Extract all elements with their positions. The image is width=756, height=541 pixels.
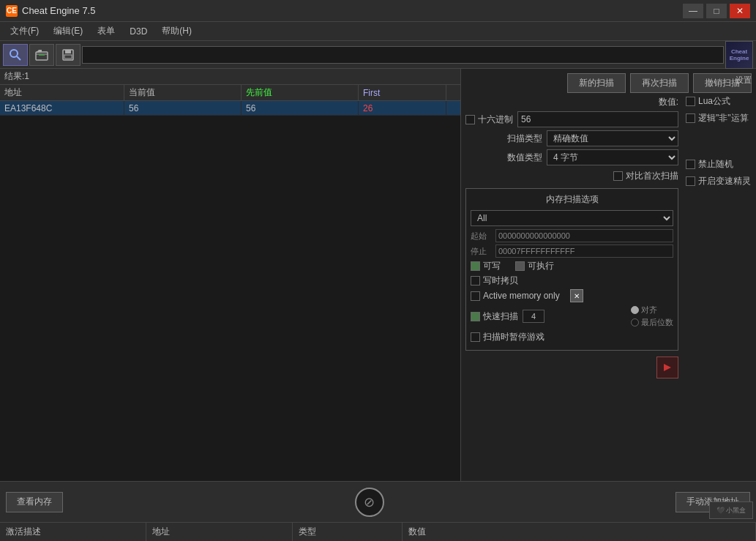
align-radio-group: 对齐 最后位数 xyxy=(631,305,673,328)
cell-current: 56 xyxy=(124,101,242,115)
open-button[interactable] xyxy=(29,44,54,66)
mem-box-title: 内存扫描选项 xyxy=(471,193,673,206)
pause-label: 扫描时暂停游戏 xyxy=(483,331,544,343)
watermark-text: 🖤 小黑盒 xyxy=(716,506,746,515)
data-type-dropdown[interactable]: 4 字节 xyxy=(547,149,678,165)
executable-checkbox[interactable] xyxy=(515,261,525,271)
align-radio: 对齐 xyxy=(631,305,673,316)
cow-check: 写时拷贝 xyxy=(471,275,518,287)
cancel-button[interactable]: ⊘ xyxy=(355,488,384,517)
scan-buttons: 新的扫描 再次扫描 撤销扫描 xyxy=(465,73,752,93)
menu-edit[interactable]: 编辑(E) xyxy=(46,23,90,39)
lua-checkbox[interactable] xyxy=(686,97,695,106)
menu-table[interactable]: 表单 xyxy=(90,23,122,39)
table-row[interactable]: EA13F648C 56 56 26 xyxy=(0,101,460,116)
cow-label: 写时拷贝 xyxy=(483,275,518,287)
bottom-table-header: 激活描述 地址 类型 数值 xyxy=(0,522,756,541)
app-icon: CE xyxy=(6,5,18,17)
data-type-row: 数值类型 4 字节 xyxy=(465,149,678,165)
active-mem-x-button[interactable]: ✕ xyxy=(570,289,583,302)
left-panel: 结果:1 地址 当前值 先前值 First EA13F648C 56 56 26 xyxy=(0,69,461,481)
bth-value: 数值 xyxy=(403,523,756,541)
arrow-button[interactable] xyxy=(656,357,678,378)
svg-point-0 xyxy=(10,50,18,57)
mem-writable-row: 可写 可执行 xyxy=(471,260,673,272)
align-radio-btn[interactable] xyxy=(631,306,639,314)
title-controls: — □ ✕ xyxy=(683,4,750,18)
last-digit-label: 最后位数 xyxy=(641,317,673,328)
executable-check: 可执行 xyxy=(515,260,554,272)
compare-first-row: 对比首次扫描 xyxy=(465,170,678,182)
mem-start-label: 起始 xyxy=(471,231,493,242)
fast-scan-checkbox[interactable] xyxy=(471,312,480,321)
mem-start-input[interactable] xyxy=(495,229,673,242)
ce-logo: CheatEngine xyxy=(725,41,753,69)
writable-label: 可写 xyxy=(483,260,501,272)
toolbar: 0000531C-MonsterHunterWilds.exe CheatEng… xyxy=(0,41,756,69)
close-button[interactable]: ✕ xyxy=(730,4,750,18)
maximize-button[interactable]: □ xyxy=(706,4,727,18)
no-random-checkbox[interactable] xyxy=(686,160,695,169)
col-previous: 先前值 xyxy=(242,85,359,100)
svg-rect-5 xyxy=(65,50,71,53)
save-button[interactable] xyxy=(56,44,81,66)
cell-address: EA13F648C xyxy=(0,101,124,115)
last-digit-radio: 最后位数 xyxy=(631,317,673,328)
scan-type-dropdown[interactable]: 精确数值 xyxy=(547,130,678,146)
value-input[interactable]: 56 xyxy=(517,111,678,127)
scan-type-label: 扫描类型 xyxy=(507,133,542,145)
scan-icon-button[interactable] xyxy=(3,44,28,66)
writable-checkbox[interactable] xyxy=(471,261,480,271)
mem-start-row: 起始 xyxy=(471,229,673,242)
varspeed-checkbox[interactable] xyxy=(686,176,695,186)
align-label: 对齐 xyxy=(641,305,657,316)
process-input[interactable]: 0000531C-MonsterHunterWilds.exe xyxy=(82,46,724,64)
results-label: 结果:1 xyxy=(0,69,460,85)
settings-label[interactable]: 设置 xyxy=(736,75,752,86)
mem-scan-box: 内存扫描选项 All 起始 停止 可写 xyxy=(465,188,678,351)
mem-stop-row: 停止 xyxy=(471,245,673,258)
title-text: Cheat Engine 7.5 xyxy=(22,5,683,16)
svg-rect-2 xyxy=(36,52,48,60)
minimize-button[interactable]: — xyxy=(683,4,703,18)
watermark: 🖤 小黑盒 xyxy=(709,501,753,519)
cell-first: 26 xyxy=(359,101,446,115)
value-row: 数值: xyxy=(465,96,678,108)
bth-address: 地址 xyxy=(146,523,293,541)
mem-type-dropdown[interactable]: All xyxy=(471,210,673,226)
fast-scan-row: 快速扫描 4 对齐 最后位数 xyxy=(471,305,673,328)
mem-stop-label: 停止 xyxy=(471,246,493,257)
fast-scan-input[interactable]: 4 xyxy=(523,310,544,323)
active-mem-checkbox[interactable] xyxy=(471,291,480,301)
compare-first-checkbox[interactable] xyxy=(613,171,623,181)
col-address: 地址 xyxy=(0,85,124,100)
bth-type: 类型 xyxy=(293,523,403,541)
pause-checkbox[interactable] xyxy=(471,332,480,342)
cow-checkbox[interactable] xyxy=(471,276,480,286)
last-digit-radio-btn[interactable] xyxy=(631,318,639,327)
writable-check: 可写 xyxy=(471,260,501,272)
executable-label: 可执行 xyxy=(528,260,554,272)
mem-stop-input[interactable] xyxy=(495,245,673,258)
no-random-label: 禁止随机 xyxy=(698,158,733,171)
re-scan-button[interactable]: 再次扫描 xyxy=(630,73,689,93)
hex-label: 十六进制 xyxy=(478,113,513,126)
arrow-btn-row xyxy=(465,357,678,378)
varspeed-row: 开启变速精灵 xyxy=(686,175,752,187)
hex-row: 十六进制 56 xyxy=(465,111,678,127)
active-mem-label: Active memory only xyxy=(483,291,560,301)
not-checkbox[interactable] xyxy=(686,113,695,123)
menu-help[interactable]: 帮助(H) xyxy=(154,23,199,39)
pause-check: 扫描时暂停游戏 xyxy=(471,331,544,343)
title-bar: CE Cheat Engine 7.5 — □ ✕ xyxy=(0,0,756,22)
not-op-row: 逻辑"非"运算 xyxy=(686,112,752,124)
fast-scan-label: 快速扫描 xyxy=(483,310,518,323)
menu-d3d[interactable]: D3D xyxy=(122,25,154,38)
view-memory-button[interactable]: 查看内存 xyxy=(6,492,63,512)
menu-file[interactable]: 文件(F) xyxy=(3,23,46,39)
hex-checkbox[interactable] xyxy=(465,115,475,124)
col-current: 当前值 xyxy=(124,85,242,100)
svg-marker-7 xyxy=(664,364,671,371)
new-scan-button[interactable]: 新的扫描 xyxy=(567,73,626,93)
mem-pause-row: 扫描时暂停游戏 xyxy=(471,331,673,343)
